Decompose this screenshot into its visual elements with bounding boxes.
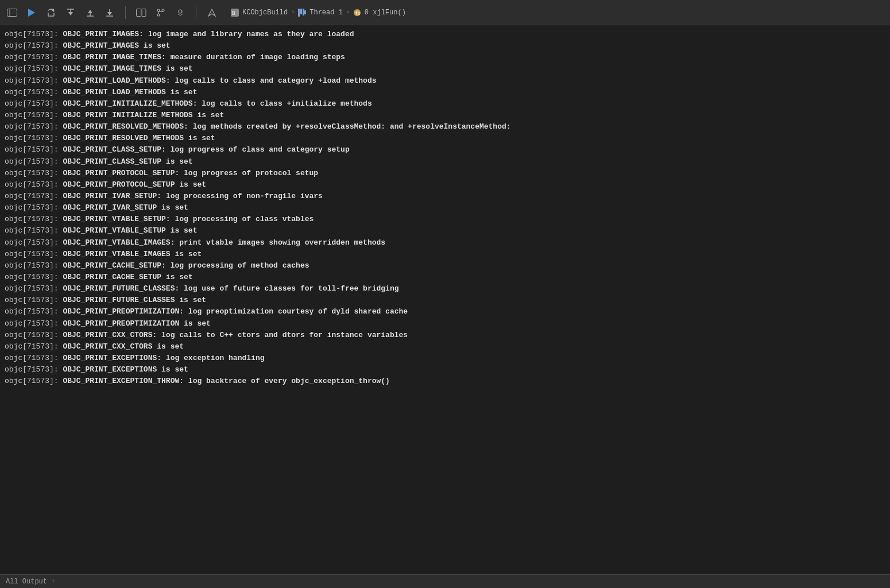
log-prefix: objc[71573]: (5, 180, 63, 189)
status-label: All Output (6, 578, 47, 586)
breadcrumb-thread[interactable]: Thread 1 (298, 9, 343, 17)
toolbar: B KCObjcBuild › Thread 1 › fx 0 xjlFun() (0, 0, 890, 25)
log-line: objc[71573]: OBJC_PRINT_RESOLVED_METHODS… (5, 121, 885, 133)
continue-icon[interactable] (25, 6, 38, 19)
log-prefix: objc[71573]: (5, 145, 63, 154)
divider-2 (196, 6, 196, 19)
log-content: OBJC_PRINT_FUTURE_CLASSES: log use of fu… (63, 284, 398, 293)
log-content: OBJC_PRINT_INITIALIZE_METHODS is set (63, 111, 224, 119)
log-prefix: objc[71573]: (5, 307, 63, 316)
log-line: objc[71573]: OBJC_PRINT_VTABLE_IMAGES: p… (5, 237, 885, 249)
svg-rect-30 (304, 10, 306, 14)
step-out-up-icon[interactable] (103, 6, 116, 19)
breadcrumb-frame[interactable]: fx 0 xjlFun() (353, 9, 406, 17)
log-content: OBJC_PRINT_CXX_CTORS: log calls to C++ c… (63, 331, 408, 339)
location-icon[interactable] (206, 6, 218, 19)
breadcrumb-build-label: KCObjcBuild (242, 9, 288, 17)
log-content: OBJC_PRINT_CACHE_SETUP: log processing o… (63, 261, 309, 270)
svg-text:fx: fx (355, 11, 361, 16)
divider-1 (125, 6, 126, 19)
svg-rect-27 (298, 9, 300, 17)
svg-rect-0 (7, 9, 17, 16)
log-content: OBJC_PRINT_EXCEPTION_THROW: log backtrac… (63, 377, 390, 385)
log-line: objc[71573]: OBJC_PRINT_VTABLE_IMAGES is… (5, 249, 885, 260)
log-content: OBJC_PRINT_VTABLE_IMAGES: print vtable i… (63, 238, 385, 247)
log-prefix: objc[71573]: (5, 64, 63, 73)
log-line: objc[71573]: OBJC_PRINT_VTABLE_SETUP is … (5, 225, 885, 237)
log-content: OBJC_PRINT_IMAGES is set (63, 41, 170, 50)
log-content: OBJC_PRINT_EXCEPTIONS: log exception han… (63, 354, 264, 362)
breadcrumb-frame-label: 0 xjlFun() (365, 9, 406, 17)
log-prefix: objc[71573]: (5, 41, 63, 50)
svg-point-23 (179, 10, 182, 13)
svg-marker-2 (28, 9, 35, 17)
status-bar: All Output ↑ (0, 574, 890, 588)
log-prefix: objc[71573]: (5, 331, 63, 339)
log-content: OBJC_PRINT_IVAR_SETUP: log processing of… (63, 192, 322, 200)
log-prefix: objc[71573]: (5, 122, 63, 131)
console-output: objc[71573]: OBJC_PRINT_IMAGES: log imag… (0, 25, 890, 404)
svg-point-20 (162, 9, 164, 11)
log-content: OBJC_PRINT_CLASS_SETUP is set (63, 157, 192, 166)
log-line: objc[71573]: OBJC_PRINT_CACHE_SETUP: log… (5, 260, 885, 272)
log-line: objc[71573]: OBJC_PRINT_CACHE_SETUP is s… (5, 272, 885, 283)
breadcrumb-chevron-2: › (346, 9, 350, 16)
view-toggle-icon[interactable] (135, 6, 148, 19)
step-in-icon[interactable] (64, 6, 77, 19)
log-prefix: objc[71573]: (5, 284, 63, 293)
svg-rect-17 (142, 9, 146, 16)
log-content: OBJC_PRINT_PROTOCOL_SETUP is set (63, 180, 206, 189)
svg-marker-8 (68, 12, 73, 16)
log-line: objc[71573]: OBJC_PRINT_FUTURE_CLASSES: … (5, 283, 885, 295)
status-up-icon[interactable]: ↑ (52, 578, 55, 585)
log-line: objc[71573]: OBJC_PRINT_INITIALIZE_METHO… (5, 98, 885, 110)
log-line: objc[71573]: OBJC_PRINT_PREOPTIMIZATION:… (5, 306, 885, 318)
step-over-icon[interactable] (45, 6, 57, 19)
log-content: OBJC_PRINT_FUTURE_CLASSES is set (63, 296, 206, 304)
log-prefix: objc[71573]: (5, 226, 63, 235)
log-line: objc[71573]: OBJC_PRINT_PROTOCOL_SETUP: … (5, 168, 885, 179)
svg-marker-11 (88, 10, 92, 13)
log-prefix: objc[71573]: (5, 296, 63, 304)
log-content: OBJC_PRINT_LOAD_METHODS is set (63, 88, 197, 96)
log-prefix: objc[71573]: (5, 88, 63, 96)
log-line: objc[71573]: OBJC_PRINT_LOAD_METHODS: lo… (5, 75, 885, 87)
log-prefix: objc[71573]: (5, 250, 63, 258)
svg-text:B: B (232, 10, 235, 16)
log-prefix: objc[71573]: (5, 203, 63, 212)
log-prefix: objc[71573]: (5, 30, 63, 38)
log-prefix: objc[71573]: (5, 238, 63, 247)
step-out-down-icon[interactable] (84, 6, 96, 19)
log-content: OBJC_PRINT_IMAGE_TIMES is set (63, 64, 192, 73)
log-line: objc[71573]: OBJC_PRINT_IVAR_SETUP is se… (5, 202, 885, 214)
log-content: OBJC_PRINT_IVAR_SETUP is set (63, 203, 188, 212)
log-line: objc[71573]: OBJC_PRINT_LOAD_METHODS is … (5, 87, 885, 98)
simulate-location-icon[interactable] (174, 6, 187, 19)
log-content: OBJC_PRINT_LOAD_METHODS: log calls to cl… (63, 76, 376, 85)
log-prefix: objc[71573]: (5, 111, 63, 119)
breadcrumb-build[interactable]: B KCObjcBuild (231, 9, 288, 17)
log-content: OBJC_PRINT_PREOPTIMIZATION is set (63, 319, 210, 328)
svg-rect-16 (137, 9, 141, 16)
log-line: objc[71573]: OBJC_PRINT_CLASS_SETUP: log… (5, 144, 885, 156)
log-prefix: objc[71573]: (5, 157, 63, 166)
log-line: objc[71573]: OBJC_PRINT_PROTOCOL_SETUP i… (5, 179, 885, 191)
svg-point-18 (157, 9, 160, 11)
log-prefix: objc[71573]: (5, 192, 63, 200)
svg-marker-24 (208, 9, 215, 16)
log-prefix: objc[71573]: (5, 342, 63, 351)
log-prefix: objc[71573]: (5, 76, 63, 85)
log-content: OBJC_PRINT_EXCEPTIONS is set (63, 365, 188, 374)
svg-point-19 (157, 14, 160, 16)
branch-icon[interactable] (154, 6, 167, 19)
log-content: OBJC_PRINT_VTABLE_SETUP: log processing … (63, 215, 314, 223)
log-prefix: objc[71573]: (5, 354, 63, 362)
sidebar-toggle-icon[interactable] (6, 6, 18, 19)
log-prefix: objc[71573]: (5, 261, 63, 270)
log-prefix: objc[71573]: (5, 365, 63, 374)
log-line: objc[71573]: OBJC_PRINT_INITIALIZE_METHO… (5, 110, 885, 121)
log-content: OBJC_PRINT_IMAGE_TIMES: measure duration… (63, 53, 345, 61)
log-line: objc[71573]: OBJC_PRINT_RESOLVED_METHODS… (5, 133, 885, 144)
log-prefix: objc[71573]: (5, 319, 63, 328)
log-content: OBJC_PRINT_PREOPTIMIZATION: log preoptim… (63, 307, 408, 316)
